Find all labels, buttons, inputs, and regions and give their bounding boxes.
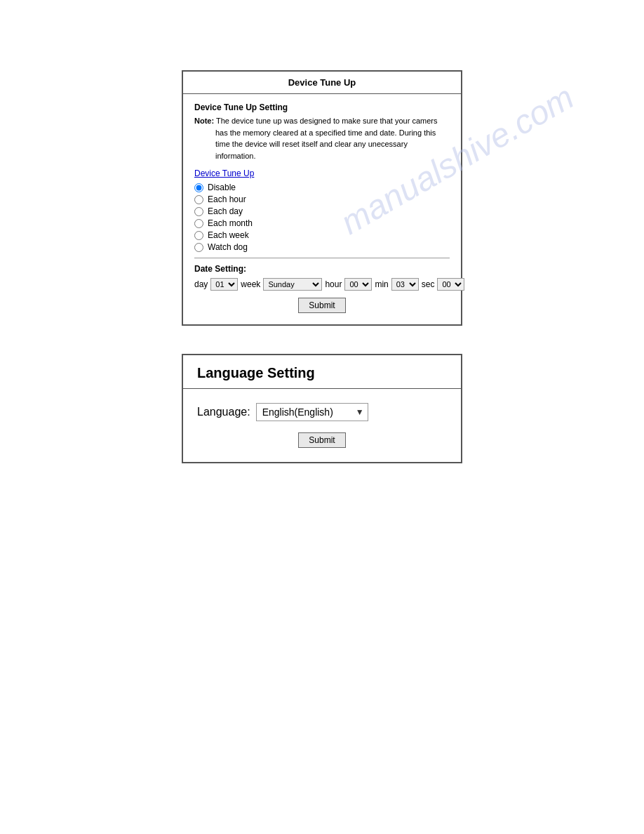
option-each-day-label: Each day <box>208 206 243 216</box>
radio-disable[interactable] <box>194 183 203 192</box>
note-paragraph: Note: The device tune up was designed to… <box>194 115 450 161</box>
radio-watch-dog[interactable] <box>194 243 203 252</box>
sec-label: sec <box>422 279 435 289</box>
hour-select[interactable]: 00 01 02 <box>344 278 372 291</box>
sec-select[interactable]: 00 01 02 <box>437 278 464 291</box>
device-tune-up-title: Device Tune Up <box>183 72 461 94</box>
device-tune-up-panel: Device Tune Up Device Tune Up Setting No… <box>182 70 462 326</box>
day-select[interactable]: 01 02 03 04 05 <box>210 278 238 291</box>
radio-each-day[interactable] <box>194 207 203 216</box>
device-tune-up-submit-button[interactable]: Submit <box>298 298 345 313</box>
week-label: week <box>241 279 260 289</box>
device-tune-up-submit-area: Submit <box>194 298 450 313</box>
option-watch-dog-label: Watch dog <box>208 242 248 252</box>
device-tune-up-body: Device Tune Up Setting Note: The device … <box>183 94 461 324</box>
radio-each-hour[interactable] <box>194 195 203 204</box>
language-label: Language: <box>197 406 250 418</box>
language-select[interactable]: English(English) Chinese(简体中文) French(Fr… <box>256 403 368 421</box>
option-each-month-label: Each month <box>208 218 253 228</box>
min-label: min <box>375 279 388 289</box>
date-setting-title: Date Setting: <box>194 264 450 274</box>
tune-up-options: Disable Each hour Each day Each month Ea… <box>194 183 450 252</box>
option-disable-label: Disable <box>208 183 236 192</box>
option-each-hour-label: Each hour <box>208 194 246 204</box>
date-row: day 01 02 03 04 05 week Sunday Monday Tu… <box>194 278 450 291</box>
option-disable[interactable]: Disable <box>194 183 450 192</box>
option-watch-dog[interactable]: Watch dog <box>194 242 450 252</box>
language-submit-button[interactable]: Submit <box>298 432 345 448</box>
option-each-day[interactable]: Each day <box>194 206 450 216</box>
note-label: Note: <box>194 117 214 125</box>
option-each-week[interactable]: Each week <box>194 230 450 240</box>
language-submit-area: Submit <box>197 432 447 448</box>
hour-label: hour <box>325 279 342 289</box>
min-select[interactable]: 03 00 01 02 <box>391 278 419 291</box>
divider <box>194 258 450 258</box>
language-setting-panel: Language Setting Language: English(Engli… <box>182 354 462 463</box>
option-each-hour[interactable]: Each hour <box>194 194 450 204</box>
language-select-wrapper: English(English) Chinese(简体中文) French(Fr… <box>256 403 368 421</box>
section-title: Device Tune Up Setting <box>194 102 450 112</box>
page-container: manualshive.com Device Tune Up Device Tu… <box>0 0 644 834</box>
radio-each-month[interactable] <box>194 219 203 228</box>
day-label: day <box>194 279 208 289</box>
radio-each-week[interactable] <box>194 231 203 240</box>
option-each-week-label: Each week <box>208 230 249 240</box>
option-each-month[interactable]: Each month <box>194 218 450 228</box>
language-row: Language: English(English) Chinese(简体中文)… <box>197 403 447 421</box>
language-setting-body: Language: English(English) Chinese(简体中文)… <box>183 389 461 462</box>
note-content: The device tune up was designed to make … <box>215 117 437 160</box>
tune-up-link[interactable]: Device Tune Up <box>194 168 450 178</box>
language-setting-title: Language Setting <box>183 355 461 389</box>
week-select[interactable]: Sunday Monday Tuesday Wednesday Thursday… <box>263 278 322 291</box>
